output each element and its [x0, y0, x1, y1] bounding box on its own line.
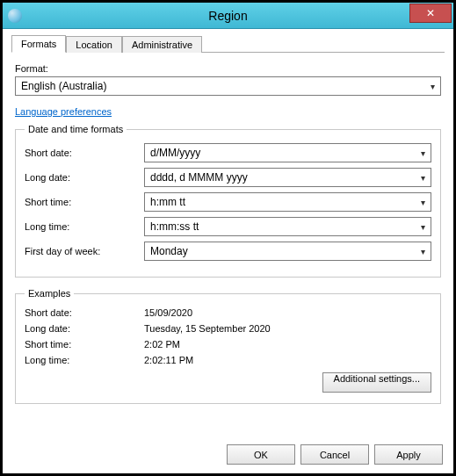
tab-formats[interactable]: Formats — [11, 35, 66, 53]
long-time-value: h:mm:ss tt — [150, 220, 199, 233]
long-time-label: Long time: — [25, 221, 144, 232]
examples-legend: Examples — [25, 288, 74, 299]
example-short-time-label: Short time: — [25, 339, 144, 350]
formats-panel: Format: English (Australia) ▾ Language p… — [11, 58, 445, 420]
tab-location-label: Location — [76, 40, 112, 50]
tab-administrative-label: Administrative — [132, 40, 192, 50]
row-short-date: Short date: d/MM/yyyy ▾ — [25, 143, 431, 162]
close-icon: ✕ — [426, 7, 435, 19]
long-date-combo[interactable]: dddd, d MMMM yyyy ▾ — [144, 168, 431, 187]
example-long-time-label: Long time: — [25, 355, 144, 365]
titlebar: Region ✕ — [3, 3, 453, 29]
apply-button[interactable]: Apply — [374, 444, 443, 465]
short-date-label: Short date: — [25, 148, 144, 158]
chevron-down-icon: ▾ — [421, 247, 425, 256]
dialog-buttons: OK Cancel Apply — [227, 444, 443, 465]
chevron-down-icon: ▾ — [421, 198, 425, 207]
long-date-value: dddd, d MMMM yyyy — [150, 171, 248, 184]
chevron-down-icon: ▾ — [421, 173, 425, 183]
long-date-label: Long date: — [25, 172, 144, 183]
chevron-down-icon: ▾ — [431, 82, 435, 91]
region-icon — [8, 9, 22, 23]
format-value: English (Australia) — [21, 80, 106, 92]
row-long-date: Long date: dddd, d MMMM yyyy ▾ — [25, 168, 431, 187]
example-short-time-value: 2:02 PM — [144, 339, 431, 350]
short-time-combo[interactable]: h:mm tt ▾ — [144, 192, 431, 212]
first-day-value: Monday — [150, 245, 188, 257]
example-short-date-label: Short date: — [25, 307, 144, 318]
long-time-combo[interactable]: h:mm:ss tt ▾ — [144, 217, 431, 236]
additional-settings-button[interactable]: Additional settings... — [322, 372, 431, 393]
tab-formats-label: Formats — [21, 39, 56, 49]
first-day-combo[interactable]: Monday ▾ — [144, 242, 431, 261]
window-title: Region — [208, 9, 247, 23]
short-time-value: h:mm tt — [150, 196, 185, 208]
format-combo[interactable]: English (Australia) ▾ — [15, 76, 441, 96]
close-button[interactable]: ✕ — [409, 4, 452, 23]
example-long-date: Long date: Tuesday, 15 September 2020 — [25, 323, 431, 334]
example-long-time-value: 2:02:11 PM — [144, 355, 431, 365]
row-long-time: Long time: h:mm:ss tt ▾ — [25, 217, 431, 236]
date-time-formats-legend: Date and time formats — [25, 124, 127, 134]
titlebar-left — [3, 9, 73, 23]
additional-settings-label: Additional settings... — [334, 373, 420, 384]
tab-administrative[interactable]: Administrative — [122, 36, 202, 53]
date-time-formats-group: Date and time formats Short date: d/MM/y… — [15, 124, 441, 278]
format-label: Format: — [15, 63, 441, 74]
chevron-down-icon: ▾ — [421, 222, 425, 232]
cancel-label: Cancel — [320, 450, 350, 460]
short-date-value: d/MM/yyyy — [150, 147, 200, 159]
example-short-date-value: 15/09/2020 — [144, 307, 431, 318]
short-time-label: Short time: — [25, 197, 144, 207]
region-window: Region ✕ Formats Location Administrative… — [0, 0, 456, 476]
language-preferences-link[interactable]: Language preferences — [15, 106, 112, 117]
ok-button[interactable]: OK — [227, 444, 295, 465]
row-first-day: First day of week: Monday ▾ — [25, 242, 431, 261]
example-long-date-label: Long date: — [25, 323, 144, 334]
apply-label: Apply — [396, 450, 421, 460]
examples-group: Examples Short date: 15/09/2020 Long dat… — [15, 288, 441, 404]
short-date-combo[interactable]: d/MM/yyyy ▾ — [144, 143, 431, 162]
example-short-date: Short date: 15/09/2020 — [25, 307, 431, 318]
example-short-time: Short time: 2:02 PM — [25, 339, 431, 350]
tab-location[interactable]: Location — [66, 36, 122, 53]
tab-strip: Formats Location Administrative — [11, 34, 445, 53]
client-area: Formats Location Administrative Format: … — [3, 29, 453, 429]
first-day-label: First day of week: — [25, 246, 144, 256]
example-long-time: Long time: 2:02:11 PM — [25, 355, 431, 365]
example-long-date-value: Tuesday, 15 September 2020 — [144, 323, 431, 334]
additional-settings-bar: Additional settings... — [25, 371, 431, 393]
chevron-down-icon: ▾ — [421, 148, 425, 158]
ok-label: OK — [254, 450, 268, 460]
row-short-time: Short time: h:mm tt ▾ — [25, 192, 431, 212]
cancel-button[interactable]: Cancel — [300, 444, 369, 465]
